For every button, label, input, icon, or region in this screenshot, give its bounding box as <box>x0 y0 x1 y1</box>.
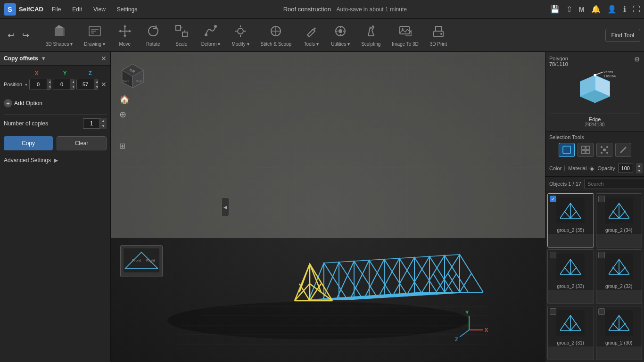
x-down-button[interactable]: ▼ <box>47 84 51 90</box>
select-vertex-button[interactable] <box>596 143 612 157</box>
edge-stat: Edge 292/4130 <box>585 116 605 127</box>
opacity-down-button[interactable]: ▼ <box>636 168 643 173</box>
nav-compass-button[interactable]: ⊕ <box>119 109 126 120</box>
preview-settings-icon[interactable]: ⚙ <box>634 56 640 63</box>
object-name-2: group_2 (33) <box>548 283 594 290</box>
object-item-4[interactable]: group_2 (31) <box>547 306 594 360</box>
tool-deform[interactable]: Deform ▾ <box>197 22 225 49</box>
menu-edit[interactable]: Edit <box>69 4 85 15</box>
advanced-settings-row[interactable]: Advanced Settings ▶ <box>4 157 107 164</box>
z-position-input[interactable]: 57 <box>77 79 94 90</box>
object-item-3[interactable]: group_2 (32) <box>596 249 643 304</box>
object-item-1[interactable]: group_2 (34) <box>596 193 643 247</box>
fullscreen-icon[interactable]: ⛶ <box>633 5 640 14</box>
save-icon[interactable]: 💾 <box>550 5 560 14</box>
object-name-0: group_2 (35) <box>548 227 594 234</box>
app-logo[interactable]: S SelfCAD <box>4 3 43 16</box>
objects-list-header: Objects 1 / 17 ⚙ <box>545 177 644 191</box>
tool-drawing[interactable]: Drawing ▾ <box>79 22 109 49</box>
tool-scale[interactable]: Scale <box>168 22 195 49</box>
viewport-canvas[interactable]: Top Front Right 🏠 ⊕ ⊞ Front <box>111 52 545 362</box>
main-toolbar: ↩ ↪ 3D Shapes ▾ Drawing ▾ Move Rotate Sc… <box>0 19 644 52</box>
home-nav-button[interactable]: 🏠 <box>119 94 130 105</box>
svg-text:Top: Top <box>130 69 135 73</box>
svg-point-126 <box>601 152 603 154</box>
select-object-button[interactable] <box>559 143 575 157</box>
object-uncheck-2 <box>550 252 556 258</box>
add-option-button[interactable]: + Add Option <box>4 99 42 107</box>
copy-button[interactable]: Copy <box>4 136 53 150</box>
menu-view[interactable]: View <box>91 4 108 15</box>
tool-move[interactable]: Move <box>112 22 138 49</box>
tool-3d-print[interactable]: 3D Print <box>425 22 452 49</box>
svg-rect-28 <box>436 26 441 31</box>
menu-settings[interactable]: Settings <box>114 4 140 15</box>
tool-sculpting-label: Sculpting <box>361 41 380 47</box>
panel-collapse-icon[interactable]: ▾ <box>42 55 45 62</box>
tool-tools-label: Tools ▾ <box>304 41 319 47</box>
panel-close-button[interactable]: ✕ <box>101 55 107 62</box>
tool-scale-icon <box>174 24 189 41</box>
select-group-button[interactable] <box>578 143 594 157</box>
object-thumb-svg-5 <box>605 310 633 336</box>
material-icon[interactable]: ◈ <box>589 165 594 172</box>
m-icon[interactable]: M <box>579 5 585 13</box>
object-item-5[interactable]: group_2 (30) <box>596 306 643 360</box>
objects-grid: ✓ group_2 (35) group_2 (34) <box>545 191 644 362</box>
y-position-input[interactable]: 0 <box>53 79 70 90</box>
z-up-button[interactable]: ▲ <box>94 79 98 84</box>
tool-image-to-3d[interactable]: Image To 3D <box>387 22 423 49</box>
tool-stitch-scoop[interactable]: Stitch & Scoop <box>256 22 297 49</box>
add-option-label: Add Option <box>14 100 42 107</box>
object-item-0[interactable]: ✓ group_2 (35) <box>547 193 594 247</box>
num-copies-input[interactable] <box>83 118 100 129</box>
y-position-spinners: ▲ ▼ <box>70 79 74 90</box>
tool-utilities-icon <box>333 24 348 41</box>
y-up-button[interactable]: ▲ <box>70 79 74 84</box>
clear-x-button[interactable]: ✕ <box>101 81 107 88</box>
object-item-2[interactable]: group_2 (33) <box>547 249 594 304</box>
position-dropdown[interactable]: ▾ <box>25 82 27 87</box>
copies-down-button[interactable]: ▼ <box>100 123 107 129</box>
y-down-button[interactable]: ▼ <box>70 84 74 90</box>
opacity-up-button[interactable]: ▲ <box>636 163 643 168</box>
svg-rect-123 <box>586 150 589 154</box>
collapse-panel-button[interactable]: ◀ <box>222 197 229 216</box>
undo-button[interactable]: ↩ <box>6 28 17 42</box>
user-icon[interactable]: 👤 <box>607 5 617 14</box>
tool-rotate[interactable]: Rotate <box>140 22 166 49</box>
svg-text:Y: Y <box>465 310 469 315</box>
tool-tools[interactable]: Tools ▾ <box>298 22 324 49</box>
tool-rotate-label: Rotate <box>146 41 160 47</box>
material-label: Material <box>568 165 586 171</box>
tool-tools-icon <box>304 24 319 41</box>
tool-move-icon <box>117 24 132 41</box>
copies-up-button[interactable]: ▲ <box>100 118 107 123</box>
tool-modify[interactable]: Modify ▾ <box>227 22 254 49</box>
num-copies-spinners: ▲ ▼ <box>100 118 107 129</box>
share-icon[interactable]: ⇧ <box>566 5 572 14</box>
menu-file[interactable]: File <box>49 4 64 15</box>
x-position-input[interactable]: 0 <box>30 79 47 90</box>
color-picker[interactable] <box>564 165 565 172</box>
x-up-button[interactable]: ▲ <box>47 79 51 84</box>
viewport[interactable]: ◀ Top Front Right 🏠 <box>111 52 545 362</box>
z-down-button[interactable]: ▼ <box>94 84 98 90</box>
tool-utilities[interactable]: Utilities ▾ <box>326 22 355 49</box>
opacity-input[interactable] <box>618 164 633 173</box>
info-icon[interactable]: ℹ <box>623 5 626 14</box>
tool-sculpting[interactable]: Sculpting <box>356 22 385 49</box>
svg-text:116/1648: 116/1648 <box>603 74 616 78</box>
clear-button[interactable]: Clear <box>57 136 107 150</box>
tool-rotate-icon <box>146 24 161 41</box>
select-edge-button[interactable] <box>615 143 631 157</box>
redo-button[interactable]: ↪ <box>20 28 31 42</box>
objects-search-input[interactable] <box>584 179 644 189</box>
bell-icon[interactable]: 🔔 <box>591 5 601 14</box>
find-tool-button[interactable]: Find Tool <box>605 29 640 42</box>
polygon-label: Polygon <box>549 56 568 61</box>
tool-3d-shapes[interactable]: 3D Shapes ▾ <box>41 22 77 49</box>
nav-cube[interactable]: Top Front Right <box>117 58 148 90</box>
nav-layers-button[interactable]: ⊞ <box>119 141 125 150</box>
svg-point-23 <box>339 29 342 33</box>
